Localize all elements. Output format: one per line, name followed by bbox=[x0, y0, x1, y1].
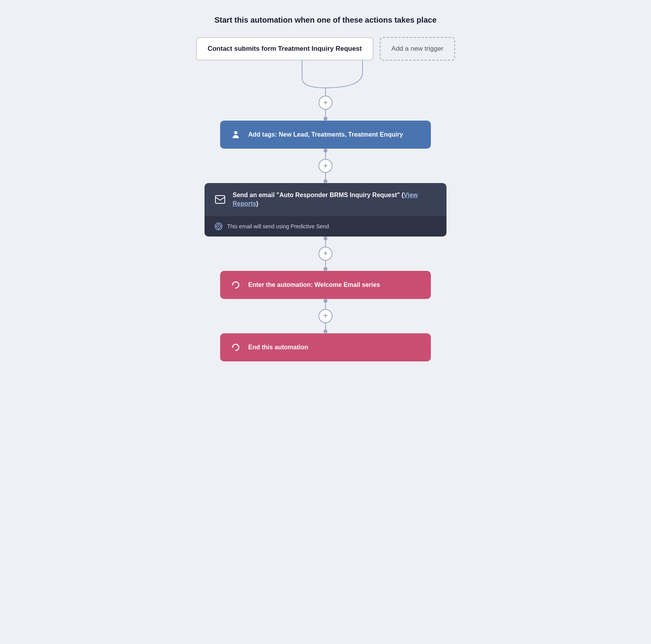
plus-icon-4: + bbox=[323, 311, 328, 320]
svg-point-3 bbox=[234, 131, 237, 134]
action-end-automation-row: End this automation bbox=[220, 333, 431, 361]
connector-line-3 bbox=[325, 173, 326, 179]
action-send-email-sub: This email will send using Predictive Se… bbox=[205, 216, 446, 237]
loop-icon-1 bbox=[229, 279, 242, 291]
connector-dot-5 bbox=[324, 267, 327, 271]
action-send-email-sublabel: This email will send using Predictive Se… bbox=[227, 223, 329, 229]
email-icon bbox=[214, 193, 226, 206]
action-send-email[interactable]: Send an email "Auto Responder BRMS Inqui… bbox=[205, 183, 446, 237]
svg-rect-4 bbox=[215, 196, 225, 203]
action-add-tags-row: Add tags: New Lead, Treatments, Treatmen… bbox=[220, 121, 431, 149]
connector-dot-7 bbox=[324, 329, 327, 333]
action-send-email-row: Send an email "Auto Responder BRMS Inqui… bbox=[205, 183, 446, 216]
action-send-email-label: Send an email "Auto Responder BRMS Inqui… bbox=[233, 191, 437, 208]
add-step-button-1[interactable]: + bbox=[318, 96, 333, 110]
add-step-button-3[interactable]: + bbox=[318, 247, 333, 261]
merge-connector bbox=[240, 60, 411, 96]
add-step-button-4[interactable]: + bbox=[318, 309, 333, 323]
action-add-tags[interactable]: Add tags: New Lead, Treatments, Treatmen… bbox=[220, 121, 431, 149]
add-step-button-2[interactable]: + bbox=[318, 159, 333, 173]
plus-icon-3: + bbox=[323, 249, 328, 258]
automation-canvas: Start this automation when one of these … bbox=[150, 16, 501, 628]
connector-dot-3 bbox=[324, 179, 327, 183]
action-enter-automation-label: Enter the automation: Welcome Email seri… bbox=[248, 281, 380, 289]
connector-dot-1 bbox=[324, 117, 327, 121]
connector-line-1 bbox=[325, 110, 326, 117]
plus-icon-1: + bbox=[323, 98, 328, 107]
connector-line-6 bbox=[325, 303, 326, 309]
connector-line-4 bbox=[325, 240, 326, 247]
connector-line-2 bbox=[325, 153, 326, 159]
add-trigger-button[interactable]: Add a new trigger bbox=[380, 37, 455, 60]
person-icon bbox=[229, 128, 242, 141]
action-enter-automation[interactable]: Enter the automation: Welcome Email seri… bbox=[220, 271, 431, 299]
connector-dot-4 bbox=[324, 237, 327, 240]
page-title: Start this automation when one of these … bbox=[214, 16, 436, 25]
action-add-tags-label: Add tags: New Lead, Treatments, Treatmen… bbox=[248, 130, 403, 139]
svg-point-7 bbox=[218, 226, 219, 227]
action-end-automation[interactable]: End this automation bbox=[220, 333, 431, 361]
connector-dot-2 bbox=[324, 149, 327, 153]
main-trigger[interactable]: Contact submits form Treatment Inquiry R… bbox=[196, 37, 374, 60]
action-end-automation-label: End this automation bbox=[248, 343, 308, 352]
connector-line-7 bbox=[325, 323, 326, 329]
connector-dot-6 bbox=[324, 299, 327, 303]
trigger-row: Contact submits form Treatment Inquiry R… bbox=[196, 37, 455, 60]
view-reports-link[interactable]: View Reports bbox=[233, 192, 418, 207]
loop-icon-2 bbox=[229, 341, 242, 354]
predictive-icon bbox=[214, 222, 223, 231]
action-enter-automation-row: Enter the automation: Welcome Email seri… bbox=[220, 271, 431, 299]
plus-icon-2: + bbox=[323, 162, 328, 171]
connector-line-5 bbox=[325, 261, 326, 267]
